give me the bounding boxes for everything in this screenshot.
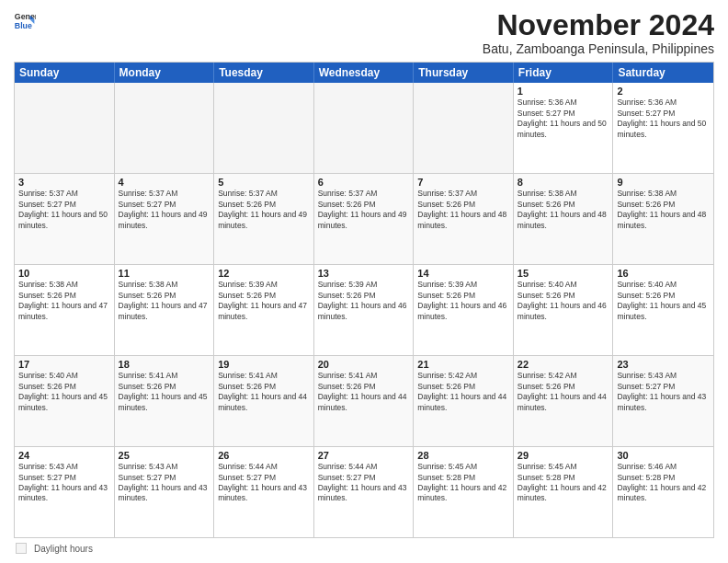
- cal-header-cell: Sunday: [15, 63, 115, 83]
- cell-info: Sunrise: 5:41 AM Sunset: 5:26 PM Dayligh…: [318, 371, 410, 413]
- calendar-cell: [414, 83, 514, 173]
- calendar-cell: 20Sunrise: 5:41 AM Sunset: 5:26 PM Dayli…: [314, 356, 415, 446]
- calendar-cell: 16Sunrise: 5:40 AM Sunset: 5:26 PM Dayli…: [613, 265, 713, 355]
- cal-header-cell: Wednesday: [314, 63, 415, 83]
- day-number: 22: [518, 359, 609, 370]
- calendar-cell: 3Sunrise: 5:37 AM Sunset: 5:27 PM Daylig…: [15, 174, 115, 264]
- cell-info: Sunrise: 5:40 AM Sunset: 5:26 PM Dayligh…: [518, 280, 609, 322]
- legend: Daylight hours: [14, 543, 714, 554]
- legend-label: Daylight hours: [34, 544, 93, 554]
- calendar-cell: 14Sunrise: 5:39 AM Sunset: 5:26 PM Dayli…: [414, 265, 514, 355]
- day-number: 13: [318, 268, 410, 279]
- day-number: 8: [518, 177, 609, 188]
- calendar-cell: 17Sunrise: 5:40 AM Sunset: 5:26 PM Dayli…: [15, 356, 115, 446]
- calendar-cell: 6Sunrise: 5:37 AM Sunset: 5:26 PM Daylig…: [314, 174, 415, 264]
- calendar-cell: 10Sunrise: 5:38 AM Sunset: 5:26 PM Dayli…: [15, 265, 115, 355]
- calendar-cell: 1Sunrise: 5:36 AM Sunset: 5:27 PM Daylig…: [514, 83, 614, 173]
- calendar-cell: 12Sunrise: 5:39 AM Sunset: 5:26 PM Dayli…: [214, 265, 314, 355]
- calendar-cell: 13Sunrise: 5:39 AM Sunset: 5:26 PM Dayli…: [314, 265, 415, 355]
- calendar-cell: 7Sunrise: 5:37 AM Sunset: 5:26 PM Daylig…: [414, 174, 514, 264]
- cell-info: Sunrise: 5:44 AM Sunset: 5:27 PM Dayligh…: [218, 462, 310, 504]
- cell-info: Sunrise: 5:36 AM Sunset: 5:27 PM Dayligh…: [617, 98, 710, 140]
- cell-info: Sunrise: 5:39 AM Sunset: 5:26 PM Dayligh…: [318, 280, 410, 322]
- logo-icon: General Blue: [14, 9, 36, 31]
- calendar-cell: 5Sunrise: 5:37 AM Sunset: 5:26 PM Daylig…: [214, 174, 314, 264]
- day-number: 1: [518, 86, 609, 97]
- calendar-cell: 19Sunrise: 5:41 AM Sunset: 5:26 PM Dayli…: [214, 356, 314, 446]
- title-block: November 2024 Batu, Zamboanga Peninsula,…: [483, 9, 714, 56]
- day-number: 11: [119, 268, 210, 279]
- cell-info: Sunrise: 5:37 AM Sunset: 5:26 PM Dayligh…: [218, 189, 310, 231]
- calendar-cell: 25Sunrise: 5:43 AM Sunset: 5:27 PM Dayli…: [115, 447, 215, 537]
- cell-info: Sunrise: 5:38 AM Sunset: 5:26 PM Dayligh…: [119, 280, 210, 322]
- cell-info: Sunrise: 5:43 AM Sunset: 5:27 PM Dayligh…: [119, 462, 210, 504]
- cal-header-cell: Tuesday: [214, 63, 314, 83]
- header: General Blue November 2024 Batu, Zamboan…: [14, 9, 714, 56]
- cell-info: Sunrise: 5:45 AM Sunset: 5:28 PM Dayligh…: [518, 462, 609, 504]
- calendar-cell: 4Sunrise: 5:37 AM Sunset: 5:27 PM Daylig…: [115, 174, 215, 264]
- cal-header-cell: Thursday: [414, 63, 514, 83]
- cell-info: Sunrise: 5:37 AM Sunset: 5:26 PM Dayligh…: [318, 189, 410, 231]
- day-number: 9: [617, 177, 710, 188]
- day-number: 27: [318, 450, 410, 461]
- legend-box: [16, 543, 27, 554]
- day-number: 16: [617, 268, 710, 279]
- svg-text:Blue: Blue: [15, 21, 32, 30]
- day-number: 10: [18, 268, 110, 279]
- cal-header-cell: Saturday: [613, 63, 713, 83]
- day-number: 3: [18, 177, 110, 188]
- cell-info: Sunrise: 5:43 AM Sunset: 5:27 PM Dayligh…: [18, 462, 110, 504]
- cell-info: Sunrise: 5:38 AM Sunset: 5:26 PM Dayligh…: [617, 189, 710, 231]
- cell-info: Sunrise: 5:40 AM Sunset: 5:26 PM Dayligh…: [617, 280, 710, 322]
- cell-info: Sunrise: 5:37 AM Sunset: 5:27 PM Dayligh…: [18, 189, 110, 231]
- cell-info: Sunrise: 5:42 AM Sunset: 5:26 PM Dayligh…: [518, 371, 609, 413]
- calendar-cell: 18Sunrise: 5:41 AM Sunset: 5:26 PM Dayli…: [115, 356, 215, 446]
- day-number: 24: [18, 450, 110, 461]
- cell-info: Sunrise: 5:36 AM Sunset: 5:27 PM Dayligh…: [518, 98, 609, 140]
- calendar-body: 1Sunrise: 5:36 AM Sunset: 5:27 PM Daylig…: [15, 83, 713, 537]
- calendar-week: 10Sunrise: 5:38 AM Sunset: 5:26 PM Dayli…: [15, 265, 713, 356]
- day-number: 19: [218, 359, 310, 370]
- cell-info: Sunrise: 5:37 AM Sunset: 5:27 PM Dayligh…: [119, 189, 210, 231]
- cal-header-cell: Friday: [514, 63, 614, 83]
- calendar-cell: 2Sunrise: 5:36 AM Sunset: 5:27 PM Daylig…: [613, 83, 713, 173]
- calendar-cell: 23Sunrise: 5:43 AM Sunset: 5:27 PM Dayli…: [613, 356, 713, 446]
- location-subtitle: Batu, Zamboanga Peninsula, Philippines: [483, 41, 714, 56]
- cell-info: Sunrise: 5:41 AM Sunset: 5:26 PM Dayligh…: [119, 371, 210, 413]
- day-number: 5: [218, 177, 310, 188]
- day-number: 7: [417, 177, 509, 188]
- cell-info: Sunrise: 5:44 AM Sunset: 5:27 PM Dayligh…: [318, 462, 410, 504]
- calendar-cell: 15Sunrise: 5:40 AM Sunset: 5:26 PM Dayli…: [514, 265, 614, 355]
- day-number: 21: [417, 359, 509, 370]
- cell-info: Sunrise: 5:46 AM Sunset: 5:28 PM Dayligh…: [617, 462, 710, 504]
- day-number: 15: [518, 268, 609, 279]
- calendar: SundayMondayTuesdayWednesdayThursdayFrid…: [14, 62, 714, 538]
- calendar-cell: 26Sunrise: 5:44 AM Sunset: 5:27 PM Dayli…: [214, 447, 314, 537]
- cell-info: Sunrise: 5:42 AM Sunset: 5:26 PM Dayligh…: [417, 371, 509, 413]
- calendar-cell: 29Sunrise: 5:45 AM Sunset: 5:28 PM Dayli…: [514, 447, 614, 537]
- cell-info: Sunrise: 5:39 AM Sunset: 5:26 PM Dayligh…: [218, 280, 310, 322]
- day-number: 17: [18, 359, 110, 370]
- calendar-cell: 22Sunrise: 5:42 AM Sunset: 5:26 PM Dayli…: [514, 356, 614, 446]
- calendar-week: 17Sunrise: 5:40 AM Sunset: 5:26 PM Dayli…: [15, 356, 713, 447]
- calendar-week: 1Sunrise: 5:36 AM Sunset: 5:27 PM Daylig…: [15, 83, 713, 174]
- day-number: 4: [119, 177, 210, 188]
- day-number: 6: [318, 177, 410, 188]
- calendar-cell: 24Sunrise: 5:43 AM Sunset: 5:27 PM Dayli…: [15, 447, 115, 537]
- day-number: 29: [518, 450, 609, 461]
- day-number: 14: [417, 268, 509, 279]
- calendar-cell: [314, 83, 415, 173]
- cell-info: Sunrise: 5:40 AM Sunset: 5:26 PM Dayligh…: [18, 371, 110, 413]
- cell-info: Sunrise: 5:41 AM Sunset: 5:26 PM Dayligh…: [218, 371, 310, 413]
- logo: General Blue: [14, 9, 36, 31]
- calendar-cell: 9Sunrise: 5:38 AM Sunset: 5:26 PM Daylig…: [613, 174, 713, 264]
- cell-info: Sunrise: 5:45 AM Sunset: 5:28 PM Dayligh…: [417, 462, 509, 504]
- calendar-cell: [15, 83, 115, 173]
- day-number: 25: [119, 450, 210, 461]
- calendar-header-row: SundayMondayTuesdayWednesdayThursdayFrid…: [15, 63, 713, 83]
- calendar-cell: 11Sunrise: 5:38 AM Sunset: 5:26 PM Dayli…: [115, 265, 215, 355]
- day-number: 30: [617, 450, 710, 461]
- page: General Blue November 2024 Batu, Zamboan…: [0, 0, 728, 563]
- month-title: November 2024: [483, 9, 714, 41]
- calendar-cell: 30Sunrise: 5:46 AM Sunset: 5:28 PM Dayli…: [613, 447, 713, 537]
